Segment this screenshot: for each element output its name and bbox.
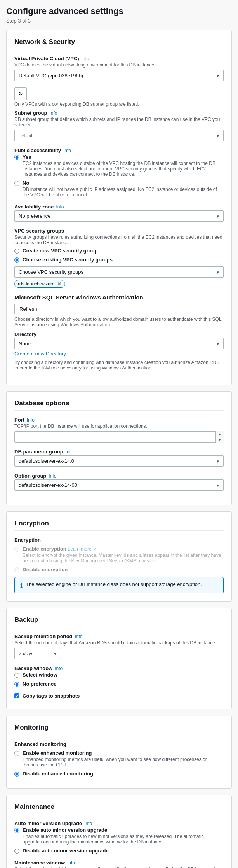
encryption-title: Encryption [14,520,224,531]
port-info-link[interactable]: Info [27,417,35,423]
backup-retention-select[interactable]: 7 days [14,648,61,659]
backup-window-field-group: Backup window Info Select window No pref… [14,665,224,687]
windows-auth-title: Microsoft SQL Server Windows Authenticat… [14,294,224,301]
port-input[interactable]: 1433 [14,431,224,443]
maintenance-section: Maintenance Auto minor version upgrade I… [6,795,232,868]
create-directory-link[interactable]: Create a new Directory [14,351,224,357]
enable-encryption-option: Enable encryption Learn more ↗ Select to… [14,546,224,564]
public-no-radio[interactable] [14,181,19,186]
windows-auth-refresh-button[interactable]: Refresh [14,304,42,314]
directory-select[interactable]: None [14,338,224,349]
db-parameter-group-field-group: DB parameter group Info default.sqlserve… [14,449,224,467]
db-parameter-group-select[interactable]: default.sqlserver-ex-14.0 [14,455,224,467]
backup-retention-select-wrapper: 7 days ▼ [14,648,61,659]
iam-description: By choosing a directory and continuing w… [14,360,224,371]
option-group-select-wrapper: default:sqlserver-ex-14-00 ▼ [14,480,224,491]
enable-encryption-radio[interactable] [14,547,19,552]
disable-auto-minor-radio[interactable] [14,849,19,854]
vpc-label: Virtual Private Cloud (VPC) Info [14,56,224,61]
database-options-title: Database options [14,399,224,411]
copy-tags-checkbox[interactable] [14,693,19,698]
backup-window-label: Backup window Info [14,665,224,671]
step-label: Step 3 of 3 [6,18,232,24]
backup-select-window-radio[interactable] [14,673,19,678]
directory-field-group: Directory None ▼ Create a new Directory … [14,331,224,371]
availability-zone-info-link[interactable]: Info [56,204,64,210]
subnet-description: DB subnet group that defines which subne… [14,117,224,128]
enable-monitoring-radio[interactable] [14,751,19,756]
public-accessibility-info-link[interactable]: Info [63,148,71,153]
directory-select-wrapper: None ▼ [14,338,224,349]
port-input-wrapper: 1433 ▲ ▼ [14,431,224,443]
vpc-refresh-button[interactable]: ↻ [14,88,27,100]
sg-select[interactable]: Choose VPC security groups [14,266,224,278]
choose-existing-sg-label: Choose existing VPC security groups [23,257,113,262]
enhanced-monitoring-radio-group: Enable enhanced monitoring Enhanced moni… [14,750,224,777]
auto-minor-info-link[interactable]: Info [84,821,92,826]
vpc-info-link[interactable]: Info [82,56,89,61]
public-accessibility-radio-group: Yes EC2 instances and devices outside of… [14,154,224,198]
port-field-group: Port Info TCP/IP port the DB instance wi… [14,417,224,443]
backup-window-radio-group: Select window No preference [14,672,224,687]
backup-retention-info-link[interactable]: Info [75,634,83,639]
maintenance-window-field-group: Maintenance window Info Select the perio… [14,860,224,868]
copy-tags-label: Copy tags to snapshots [23,693,80,699]
encryption-info-box: ℹ The selected engine or DB instance cla… [14,577,224,593]
vpc-refresh-note: Only VPCs with a corresponding DB subnet… [14,102,224,107]
backup-no-preference-label: No preference [23,681,56,687]
directory-label: Directory [14,331,224,337]
backup-no-preference-radio[interactable] [14,682,19,687]
db-parameter-group-label: DB parameter group Info [14,449,224,455]
backup-retention-label: Backup retention period Info [14,634,224,639]
public-no-option: No DB instance will not have a public IP… [14,180,224,198]
choose-existing-sg-radio[interactable] [14,257,19,262]
choose-existing-sg-option: Choose existing VPC security groups [14,257,224,262]
create-new-sg-label: Create new VPC security group [23,248,98,254]
port-increment-button[interactable]: ▲ [216,431,224,437]
backup-window-info-link[interactable]: Info [55,666,63,671]
windows-auth-section: Microsoft SQL Server Windows Authenticat… [14,294,224,371]
create-new-sg-radio[interactable] [14,248,19,254]
maintenance-window-description: Select the period in which you want pend… [14,866,224,868]
port-decrement-button[interactable]: ▼ [216,437,224,443]
monitoring-title: Monitoring [14,724,224,735]
availability-zone-select[interactable]: No preference [14,210,224,222]
backup-no-preference-option: No preference [14,681,224,687]
vpc-sg-label: VPC security groups [14,228,224,234]
enable-auto-minor-radio[interactable] [14,828,19,833]
backup-retention-field-group: Backup retention period Info Select the … [14,634,224,659]
sg-tag-chip: rds-launch-wizard ✕ [14,280,65,288]
encryption-label: Encryption [14,537,224,543]
db-parameter-group-info-link[interactable]: Info [66,449,73,455]
port-label: Port Info [14,417,224,423]
network-security-section: Network & Security Virtual Private Cloud… [6,30,232,385]
vpc-select-wrapper: Default VPC (vpc-038e196b) ▼ [14,70,224,81]
vpc-select[interactable]: Default VPC (vpc-038e196b) [14,70,224,81]
disable-monitoring-radio[interactable] [14,772,19,777]
disable-monitoring-label: Disable enhanced monitoring [23,771,93,777]
enable-encryption-description: Select to encrypt the given instance. Ma… [23,553,224,564]
maintenance-window-label: Maintenance window Info [14,860,224,866]
public-no-description: DB instance will not have a public IP ad… [23,187,224,198]
subnet-info-link[interactable]: Info [50,110,57,116]
public-yes-radio[interactable] [14,155,19,160]
option-group-select[interactable]: default:sqlserver-ex-14-00 [14,480,224,491]
sg-tag-remove-icon[interactable]: ✕ [57,281,62,287]
public-yes-description: EC2 instances and devices outside of the… [23,161,224,177]
vpc-field-group: Virtual Private Cloud (VPC) Info VPC def… [14,56,224,81]
maintenance-window-info-link[interactable]: Info [67,860,75,866]
public-yes-label: Yes [23,154,224,160]
disable-encryption-label: Disable encryption [23,567,68,572]
disable-encryption-radio[interactable] [14,567,19,572]
subnet-select[interactable]: default [14,130,224,141]
public-accessibility-label: Public accessibility Info [14,147,224,153]
encryption-info-message: The selected engine or DB instance class… [26,581,202,587]
backup-retention-description: Select the number of days that Amazon RD… [14,640,224,646]
encryption-radio-group: Enable encryption Learn more ↗ Select to… [14,546,224,572]
encryption-learn-more-link[interactable]: Learn more ↗ [68,546,97,552]
enable-monitoring-label: Enable enhanced monitoring [23,750,224,756]
encryption-info-icon: ℹ [20,582,23,589]
public-yes-option: Yes EC2 instances and devices outside of… [14,154,224,177]
option-group-info-link[interactable]: Info [49,473,56,479]
option-group-field-group: Option group Info default:sqlserver-ex-1… [14,473,224,491]
